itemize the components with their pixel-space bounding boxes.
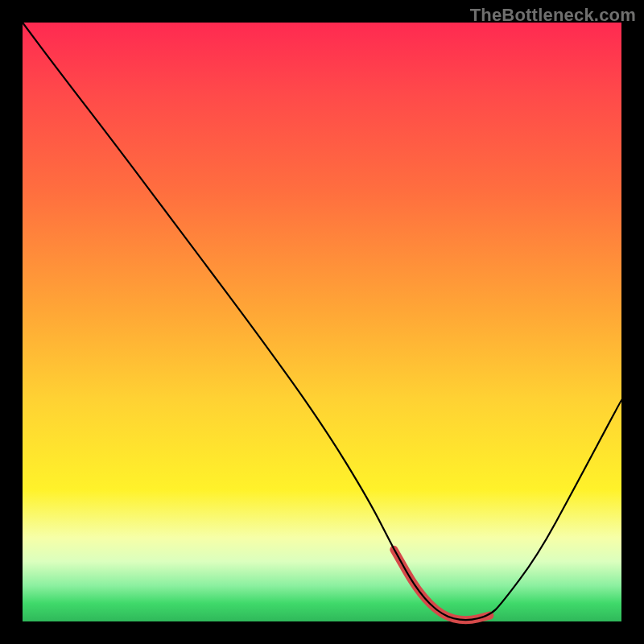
bottleneck-highlight <box>394 550 489 620</box>
plot-area <box>23 23 621 621</box>
curve-layer <box>23 23 621 621</box>
bottleneck-curve <box>23 23 621 620</box>
chart-frame: TheBottleneck.com <box>0 0 644 644</box>
